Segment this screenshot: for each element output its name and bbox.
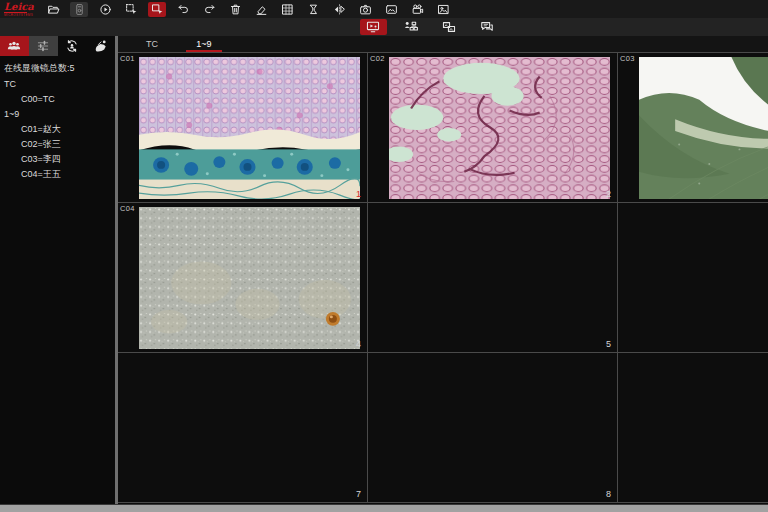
play-circle-icon[interactable]: [96, 2, 114, 17]
camera-grid: C011C022C033C04456789: [118, 53, 768, 503]
camera-cell-9[interactable]: 9: [618, 353, 768, 503]
cell-image-gray-specimen: [139, 207, 360, 349]
participants-icon: [7, 39, 21, 53]
cell-number: 7: [356, 489, 361, 499]
cell-number: 1: [356, 189, 361, 199]
sync-user-icon: [65, 39, 79, 53]
video-camera-icon[interactable]: [408, 2, 426, 17]
flip-horizontal-icon[interactable]: [330, 2, 348, 17]
open-folder-icon[interactable]: [44, 2, 62, 17]
leica-logo: Leica MICROSYSTEMS: [0, 1, 44, 17]
camera-cell-2[interactable]: C022: [368, 53, 618, 203]
brand-subtitle: MICROSYSTEMS: [4, 12, 27, 17]
cell-camera-id: C04: [120, 204, 135, 213]
member-item[interactable]: C02=张三: [21, 139, 112, 150]
camera-cell-1[interactable]: C011: [118, 53, 368, 203]
group-label[interactable]: TC: [4, 79, 112, 90]
member-item[interactable]: C04=王五: [21, 169, 112, 180]
cell-image-green-leaf: [639, 57, 768, 199]
grid-table-icon[interactable]: [278, 2, 296, 17]
sidebar-tabs: [0, 36, 115, 56]
cell-number: 2: [606, 189, 611, 199]
main-area: TC1~9 C011C022C033C04456789: [118, 36, 768, 505]
live-screen-icon[interactable]: [360, 19, 387, 35]
snapshot-icon[interactable]: [382, 2, 400, 17]
camera-grid-viewport: C011C022C033C04456789: [118, 52, 768, 505]
group-tab-0[interactable]: TC: [126, 36, 178, 52]
cell-camera-id: C03: [620, 54, 635, 63]
camera-cell-3[interactable]: C033: [618, 53, 768, 203]
sidebar-tab-adjustments[interactable]: [29, 36, 58, 56]
cell-image-plant-stem-section: [139, 57, 360, 199]
redo-icon[interactable]: [200, 2, 218, 17]
sidebar-tab-participants[interactable]: [0, 36, 29, 56]
camera-icon[interactable]: [356, 2, 374, 17]
camera-cell-6[interactable]: 6: [618, 203, 768, 353]
group-tab-1[interactable]: 1~9: [178, 36, 230, 52]
group-tab-bar: TC1~9: [118, 36, 768, 52]
cell-image-pink-tissue-section: [389, 57, 610, 199]
trash-icon[interactable]: [226, 2, 244, 17]
member-item[interactable]: C00=TC: [21, 94, 112, 105]
camera-cell-5[interactable]: 5: [368, 203, 618, 353]
brand-name: Leica: [4, 2, 44, 11]
hourglass-icon[interactable]: [304, 2, 322, 17]
hand-control-icon: [94, 39, 108, 53]
pointer-tool-icon[interactable]: [148, 2, 166, 17]
sidebar-tab-sync-user[interactable]: [58, 36, 87, 56]
online-count-label: 在线显微镜总数:5: [4, 63, 112, 74]
horizontal-scrollbar[interactable]: [0, 504, 768, 512]
cell-camera-id: C01: [120, 54, 135, 63]
camera-cell-4[interactable]: C044: [118, 203, 368, 353]
adjustments-icon: [36, 39, 50, 53]
primary-toolbar: Leica MICROSYSTEMS: [0, 0, 768, 18]
member-item[interactable]: C01=赵大: [21, 124, 112, 135]
student-network-icon[interactable]: [398, 19, 425, 35]
camera-cell-8[interactable]: 8: [368, 353, 618, 503]
undo-icon[interactable]: [174, 2, 192, 17]
cell-number: 5: [606, 339, 611, 349]
app-window: Leica MICROSYSTEMS 在线显微镜总数:5 TCC00=TC1~9…: [0, 0, 768, 512]
group-label[interactable]: 1~9: [4, 109, 112, 120]
camera-cell-7[interactable]: 7: [118, 353, 368, 503]
image-distribute-icon[interactable]: [436, 19, 463, 35]
cell-number: 4: [356, 339, 361, 349]
sidebar-tab-hand-control[interactable]: [86, 36, 115, 56]
content-area: 在线显微镜总数:5 TCC00=TC1~9C01=赵大C02=张三C03=李四C…: [0, 36, 768, 505]
member-item[interactable]: C03=李四: [21, 154, 112, 165]
secondary-toolbar-icons: [360, 19, 501, 35]
secondary-toolbar: [0, 18, 768, 36]
sidebar: 在线显微镜总数:5 TCC00=TC1~9C01=赵大C02=张三C03=李四C…: [0, 36, 115, 505]
chat-icon[interactable]: [474, 19, 501, 35]
eraser-icon[interactable]: [252, 2, 270, 17]
archive-icon[interactable]: [70, 2, 88, 17]
microscope-tree: TCC00=TC1~9C01=赵大C02=张三C03=李四C04=王五: [3, 79, 112, 180]
microscope-list: 在线显微镜总数:5 TCC00=TC1~9C01=赵大C02=张三C03=李四C…: [0, 56, 115, 184]
cell-camera-id: C02: [370, 54, 385, 63]
select-area-icon[interactable]: [122, 2, 140, 17]
cell-number: 8: [606, 489, 611, 499]
picture-icon[interactable]: [434, 2, 452, 17]
primary-toolbar-icons: [44, 2, 452, 17]
